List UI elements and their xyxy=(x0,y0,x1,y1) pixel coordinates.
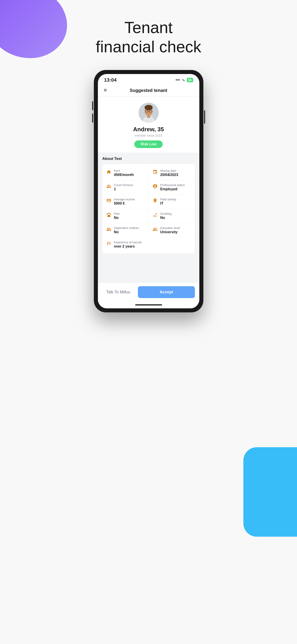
phone-frame: 13:04 ▪▪▪ ∿ 56 ✕ Suggested tenant xyxy=(94,70,203,312)
house-icon xyxy=(106,170,112,174)
app-header: ✕ Suggested tenant xyxy=(98,85,199,96)
rent-text: Rent 450€/month xyxy=(114,169,134,177)
experience-icon xyxy=(106,241,112,246)
pets-icon xyxy=(106,212,112,217)
header-title: Suggested tenant xyxy=(130,88,167,93)
pets-text: Pets No xyxy=(114,212,120,220)
moving-label: Moving date xyxy=(160,169,178,172)
children-icon xyxy=(106,227,112,232)
field-text: Field activity IT xyxy=(160,198,176,206)
member-since: member since 2023 xyxy=(135,134,162,137)
profile-name: Andrew, 35 xyxy=(133,126,164,133)
info-row-2: Count Persons 1 Professional xyxy=(102,180,195,194)
info-cell-field: Field activity IT xyxy=(148,194,195,209)
experience-text: Experience at last job over 2 years xyxy=(114,240,142,248)
volume-down-button xyxy=(92,114,93,122)
children-value: No xyxy=(114,230,139,234)
info-cell-smoking: Smoking No xyxy=(148,209,195,223)
info-row-1: Rent 450€/month Moving date xyxy=(102,166,195,180)
signal-icon: ▪▪▪ xyxy=(176,78,180,82)
page-title-line1: Tenant xyxy=(124,18,173,36)
field-value: IT xyxy=(160,202,176,206)
professional-value: Employed xyxy=(160,187,185,191)
persons-label: Count Persons xyxy=(114,183,133,187)
info-row-3: Average income 5000 € Field a xyxy=(102,194,195,209)
volume-up-button xyxy=(92,101,93,110)
info-cell-persons: Count Persons 1 xyxy=(102,180,149,194)
income-label: Average income xyxy=(114,198,135,201)
accept-button[interactable]: Accept xyxy=(138,286,195,298)
page-title: Tenant financial check xyxy=(0,18,297,56)
persons-icon xyxy=(106,184,112,189)
pets-value: No xyxy=(114,216,120,220)
info-row-5: Dependent children No Educati xyxy=(102,223,195,237)
field-label: Field activity xyxy=(160,198,176,201)
info-section: About Test Rent 450€/mon xyxy=(98,152,199,256)
info-row-4: Pets No Smoking xyxy=(102,209,195,223)
income-icon xyxy=(106,198,112,203)
persons-value: 1 xyxy=(114,187,133,191)
info-cell-professional: Professional status Employed xyxy=(148,180,195,194)
info-cell-pets: Pets No xyxy=(102,209,149,223)
avatar xyxy=(139,103,159,123)
info-row-6: Experience at last job over 2 years xyxy=(102,237,195,252)
section-label: About Test xyxy=(102,156,195,161)
phone-screen: 13:04 ▪▪▪ ∿ 56 ✕ Suggested tenant xyxy=(98,74,199,308)
page-title-line2: financial check xyxy=(96,38,201,56)
info-cell-children: Dependent children No xyxy=(102,223,149,237)
rent-value: 450€/month xyxy=(114,173,134,177)
home-bar xyxy=(135,304,162,306)
calendar-icon xyxy=(152,170,158,174)
battery-badge: 56 xyxy=(187,78,193,82)
svg-rect-7 xyxy=(147,116,150,118)
income-value: 5000 € xyxy=(114,202,135,206)
professional-icon xyxy=(152,184,158,189)
professional-label: Professional status xyxy=(160,183,185,187)
smoking-icon xyxy=(152,212,158,217)
smoking-label: Smoking xyxy=(160,212,172,215)
professional-text: Professional status Employed xyxy=(160,183,185,191)
info-cell-experience: Experience at last job over 2 years xyxy=(102,238,195,252)
info-cell-education: Education level University xyxy=(148,223,195,237)
risk-badge: Risk Low xyxy=(134,140,162,148)
smoking-text: Smoking No xyxy=(160,212,172,220)
talk-button[interactable]: Talk To Milluu xyxy=(102,286,134,298)
children-text: Dependent children No xyxy=(114,226,139,234)
pets-label: Pets xyxy=(114,212,120,215)
rent-label: Rent xyxy=(114,169,134,172)
experience-label: Experience at last job xyxy=(114,240,142,244)
field-icon xyxy=(152,198,158,203)
persons-text: Count Persons 1 xyxy=(114,183,133,191)
info-cell-rent: Rent 450€/month xyxy=(102,166,149,180)
education-label: Education level xyxy=(160,226,180,230)
experience-value: over 2 years xyxy=(114,244,142,248)
children-label: Dependent children xyxy=(114,226,139,230)
education-value: University xyxy=(160,230,180,234)
close-button[interactable]: ✕ xyxy=(103,88,107,93)
empty-section xyxy=(98,256,199,282)
info-cell-moving: Moving date 20/04/2023 xyxy=(148,166,195,180)
info-cell-income: Average income 5000 € xyxy=(102,194,149,209)
smoking-value: No xyxy=(160,216,172,220)
wifi-icon: ∿ xyxy=(182,78,185,82)
power-button xyxy=(204,110,205,124)
phone-wrapper: 13:04 ▪▪▪ ∿ 56 ✕ Suggested tenant xyxy=(0,70,297,335)
status-time: 13:04 xyxy=(104,77,117,83)
bg-blue-shape xyxy=(243,447,297,537)
bottom-actions: Talk To Milluu Accept xyxy=(98,282,199,302)
moving-text: Moving date 20/04/2023 xyxy=(160,169,178,177)
moving-value: 20/04/2023 xyxy=(160,173,178,177)
status-bar: 13:04 ▪▪▪ ∿ 56 xyxy=(98,74,199,85)
profile-section: Andrew, 35 member since 2023 Risk Low xyxy=(98,96,199,152)
education-text: Education level University xyxy=(160,226,180,234)
page-title-container: Tenant financial check xyxy=(0,0,297,70)
svg-point-2 xyxy=(145,105,153,110)
income-text: Average income 5000 € xyxy=(114,198,135,206)
info-grid: Rent 450€/month Moving date xyxy=(102,164,195,253)
home-indicator xyxy=(98,302,199,308)
education-icon xyxy=(152,227,158,232)
status-icons: ▪▪▪ ∿ 56 xyxy=(176,78,193,82)
